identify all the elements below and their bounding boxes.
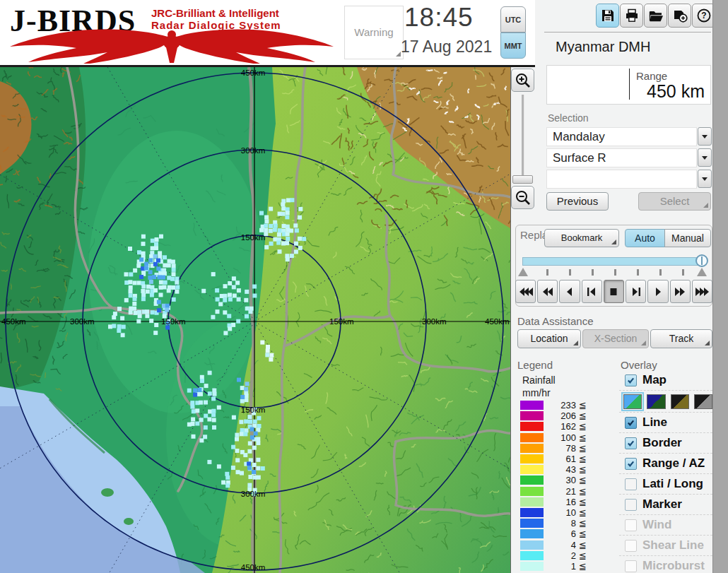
overlay-label: Overlay — [621, 359, 657, 371]
leq-symbol: ≦ — [579, 421, 587, 432]
dropdown-button[interactable] — [698, 127, 712, 146]
jbirds-logo: J-BIRDS JRC-Brilliant & Intelligent Rada… — [4, 1, 339, 64]
overlay-item-marker[interactable]: Marker — [619, 494, 712, 514]
save-button[interactable] — [596, 4, 619, 28]
zoom-out-button[interactable] — [511, 186, 534, 209]
leq-symbol: ≦ — [579, 518, 587, 528]
previous-button[interactable]: Previous — [546, 192, 609, 211]
max-forward-button[interactable] — [692, 280, 712, 303]
slider-start-marker[interactable] — [518, 268, 528, 276]
replay-slider-handle[interactable] — [695, 254, 708, 267]
corner-expand-icon — [573, 341, 578, 345]
divider — [544, 32, 711, 33]
open-folder-button[interactable] — [644, 4, 667, 28]
legend-value: 61 — [548, 454, 576, 464]
fast-rewind-button[interactable] — [515, 280, 536, 303]
mmt-button[interactable]: MMT — [500, 33, 526, 59]
leq-symbol: ≦ — [579, 528, 587, 539]
legend-title: Rainfall — [522, 374, 556, 386]
zoom-slider-track[interactable] — [522, 95, 524, 182]
checkbox[interactable] — [625, 478, 637, 490]
overlay-item-range-az[interactable]: Range / AZ — [619, 453, 712, 473]
zoom-in-button[interactable] — [511, 69, 534, 92]
overlay-item-map[interactable]: Map — [619, 370, 712, 390]
reverse-play-button[interactable] — [559, 280, 580, 303]
print-button[interactable] — [620, 4, 643, 28]
legend-row: 10≦ — [520, 507, 605, 518]
overlay-item-wind[interactable]: Wind — [619, 514, 712, 535]
zoom-out-icon — [515, 189, 532, 206]
location-button-label: Location — [531, 333, 568, 344]
svg-text:300km: 300km — [422, 317, 447, 326]
leq-symbol: ≦ — [579, 410, 587, 421]
overlay-item-lati-long[interactable]: Lati / Long — [619, 473, 712, 494]
map-style-swatch[interactable] — [647, 394, 665, 409]
legend-value: 21 — [548, 486, 576, 497]
overlay-item-microburst[interactable]: Microburst — [619, 555, 712, 573]
x-section-button[interactable]: X-Section — [582, 329, 649, 348]
chevron-down-icon — [702, 156, 708, 160]
rewind-button[interactable] — [537, 280, 558, 303]
track-button-label: Track — [669, 333, 693, 344]
zoom-slider-handle[interactable] — [512, 175, 533, 184]
playback-controls — [515, 280, 712, 303]
checkbox[interactable] — [625, 374, 637, 386]
radar-map[interactable]: 450km300km150km150km300km450km450km300km… — [0, 67, 511, 573]
track-button[interactable]: Track — [650, 329, 712, 348]
checkbox[interactable] — [625, 540, 637, 552]
play-button[interactable] — [647, 280, 668, 303]
legend-row: 21≦ — [520, 486, 605, 497]
selection-field-extra[interactable] — [546, 170, 697, 189]
manual-button[interactable]: Manual — [664, 229, 711, 247]
corner-expand-icon — [705, 341, 710, 345]
add-image-button[interactable] — [668, 4, 691, 28]
check-icon — [627, 377, 635, 384]
replay-slider-track[interactable] — [522, 257, 705, 266]
leq-symbol: ≦ — [579, 486, 587, 497]
checkbox[interactable] — [625, 437, 637, 449]
legend-value: 16 — [548, 497, 576, 507]
legend-value: 100 — [548, 432, 576, 443]
legend-units: mm/hr — [522, 387, 551, 398]
checkbox[interactable] — [625, 458, 637, 470]
checkbox[interactable] — [625, 519, 637, 531]
leq-symbol: ≦ — [579, 475, 587, 485]
auto-button[interactable]: Auto — [625, 229, 665, 247]
zoom-in-icon — [515, 72, 532, 89]
svg-text:450km: 450km — [1, 317, 26, 326]
dropdown-button[interactable] — [698, 148, 712, 167]
selection-field-site[interactable]: Mandalay — [546, 127, 697, 146]
range-label: Range — [636, 70, 667, 82]
select-button[interactable]: Select — [638, 192, 711, 211]
leq-symbol: ≦ — [579, 550, 587, 561]
overlay-item-line[interactable]: Line — [619, 412, 712, 432]
overlay-item-border[interactable]: Border — [619, 432, 712, 453]
step-back-button[interactable] — [582, 280, 602, 303]
warning-dropdown[interactable]: Warning — [344, 6, 404, 59]
location-button[interactable]: Location — [517, 329, 581, 348]
overlay-item-shear-line[interactable]: Shear Line — [619, 535, 712, 555]
legend-value: 206 — [548, 410, 576, 421]
data-assistance-label: Data Assistance — [517, 315, 594, 327]
window-edge — [712, 0, 728, 573]
overlay-item-label: Lati / Long — [642, 477, 703, 491]
fast-forward-button[interactable] — [670, 280, 691, 303]
selection-field-product[interactable]: Surface R — [546, 148, 697, 167]
stop-icon — [606, 285, 621, 298]
dropdown-button[interactable] — [698, 170, 712, 188]
map-style-swatch[interactable] — [623, 394, 642, 409]
map-style-swatch[interactable] — [694, 394, 712, 409]
check-icon — [627, 419, 635, 427]
legend-color-swatch — [520, 508, 544, 517]
step-forward-button[interactable] — [626, 280, 646, 303]
bookmark-button[interactable]: Bookmark — [544, 229, 619, 247]
checkbox[interactable] — [625, 499, 637, 511]
stop-button[interactable] — [604, 280, 624, 303]
header: J-BIRDS JRC-Brilliant & Intelligent Rada… — [0, 0, 535, 67]
utc-button[interactable]: UTC — [500, 6, 526, 33]
checkbox[interactable] — [625, 417, 637, 429]
slider-end-marker[interactable] — [697, 268, 707, 276]
map-style-swatch[interactable] — [671, 394, 689, 409]
checkbox[interactable] — [625, 560, 637, 572]
legend-row: 162≦ — [520, 421, 605, 432]
